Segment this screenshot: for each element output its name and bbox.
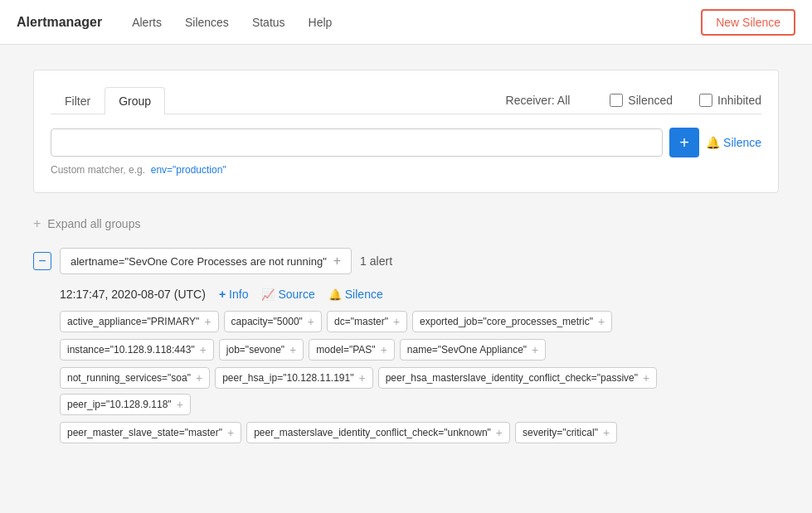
- tags-row: peer_master_slave_state="master"+peer_ma…: [60, 422, 779, 443]
- plus-icon: +: [33, 216, 41, 231]
- tags-row: active_appliance="PRIMARY"+capacity="500…: [60, 311, 779, 332]
- silence-bell-icon: 🔔: [706, 136, 720, 149]
- list-item: name="SevOne Appliance"+: [400, 339, 546, 361]
- tag-add-icon[interactable]: +: [177, 398, 183, 411]
- tag-value: peer_hsa_ip="10.128.11.191": [222, 372, 353, 384]
- tags-row: instance="10.128.9.118:443"+job="sevone"…: [60, 339, 779, 361]
- tag-value: name="SevOne Appliance": [407, 344, 527, 356]
- nav-silences[interactable]: Silences: [175, 11, 239, 34]
- tag-add-icon[interactable]: +: [289, 343, 296, 356]
- list-item: capacity="5000"+: [224, 311, 322, 332]
- search-input[interactable]: [51, 128, 663, 157]
- tabs: Filter Group: [51, 87, 165, 114]
- main-content: Filter Group Receiver: All Silenced Inhi…: [0, 45, 812, 485]
- tag-value: severity="critical": [523, 427, 598, 438]
- navbar: Alertmanager Alerts Silences Status Help…: [0, 0, 812, 45]
- alert-group-header: − alertname="SevOne Core Processes are n…: [33, 248, 779, 274]
- hint-example[interactable]: env="production": [151, 164, 226, 176]
- silence-alert-button[interactable]: 🔔 Silence: [328, 288, 383, 301]
- tag-value: dc="master": [334, 316, 388, 327]
- list-item: severity="critical"+: [515, 422, 617, 443]
- tag-value: job="sevone": [226, 344, 284, 356]
- alert-timestamp-row: 12:17:47, 2020-08-07 (UTC) + Info 📈 Sour…: [60, 288, 779, 301]
- silenced-label: Silenced: [628, 94, 673, 107]
- tag-add-icon[interactable]: +: [393, 315, 400, 328]
- list-item: peer_ip="10.128.9.118"+: [60, 394, 191, 415]
- alert-group: − alertname="SevOne Core Processes are n…: [33, 248, 779, 443]
- tag-value: active_appliance="PRIMARY": [67, 316, 199, 327]
- tag-add-icon[interactable]: +: [532, 343, 538, 356]
- alert-name-tag: alertname="SevOne Core Processes are not…: [60, 248, 352, 274]
- list-item: peer_hsa_masterslave_identity_conflict_c…: [378, 367, 658, 389]
- list-item: instance="10.128.9.118:443"+: [60, 339, 214, 361]
- list-item: dc="master"+: [327, 311, 407, 332]
- silence-icon: 🔔: [328, 288, 342, 301]
- expand-groups[interactable]: + Expand all groups: [33, 213, 779, 235]
- navbar-actions: New Silence: [701, 9, 795, 36]
- add-matcher-button[interactable]: +: [669, 128, 699, 157]
- alert-count: 1 alert: [360, 254, 392, 268]
- tab-filter[interactable]: Filter: [51, 87, 105, 114]
- source-icon: 📈: [261, 288, 275, 301]
- silence-link-label: Silence: [723, 136, 761, 149]
- new-silence-button[interactable]: New Silence: [701, 9, 795, 36]
- tag-add-icon[interactable]: +: [643, 371, 649, 385]
- tag-value: peer_masterslave_identity_conflict_check…: [254, 427, 491, 438]
- list-item: peer_master_slave_state="master"+: [60, 422, 241, 443]
- tag-value: model="PAS": [316, 344, 375, 356]
- list-item: not_running_services="soa"+: [60, 367, 210, 389]
- list-item: job="sevone"+: [219, 339, 304, 361]
- tag-add-icon[interactable]: +: [496, 426, 503, 439]
- expand-groups-label: Expand all groups: [47, 217, 140, 230]
- receiver-label: Receiver: All: [506, 94, 571, 107]
- nav-help[interactable]: Help: [299, 11, 343, 34]
- inhibited-label: Inhibited: [717, 94, 761, 107]
- nav-links: Alerts Silences Status Help: [122, 11, 701, 34]
- tag-add-icon[interactable]: +: [603, 426, 610, 439]
- tag-value: not_running_services="soa": [67, 372, 191, 384]
- tag-add-icon[interactable]: +: [200, 343, 207, 356]
- list-item: exported_job="core_processes_metric"+: [412, 311, 612, 332]
- tag-add-icon[interactable]: +: [308, 315, 314, 328]
- list-item: peer_masterslave_identity_conflict_check…: [246, 422, 510, 443]
- tag-add-icon[interactable]: +: [204, 315, 211, 328]
- silenced-checkbox[interactable]: [610, 94, 623, 107]
- alert-name-value: alertname="SevOne Core Processes are not…: [71, 255, 327, 268]
- tag-add-icon[interactable]: +: [358, 371, 365, 385]
- tag-value: peer_hsa_masterslave_identity_conflict_c…: [386, 372, 638, 384]
- app-brand: Alertmanager: [17, 15, 102, 30]
- alert-item: 12:17:47, 2020-08-07 (UTC) + Info 📈 Sour…: [60, 288, 779, 443]
- silence-alert-label: Silence: [345, 288, 383, 301]
- source-label: Source: [278, 288, 314, 301]
- info-icon: +: [219, 288, 226, 301]
- source-button[interactable]: 📈 Source: [261, 288, 314, 301]
- tag-value: instance="10.128.9.118:443": [67, 344, 195, 356]
- list-item: model="PAS"+: [309, 339, 395, 361]
- silence-link-button[interactable]: 🔔 Silence: [706, 136, 761, 149]
- nav-alerts[interactable]: Alerts: [122, 11, 172, 34]
- inhibited-checkbox-group[interactable]: Inhibited: [699, 94, 761, 107]
- tag-add-icon[interactable]: +: [196, 371, 202, 385]
- tag-value: exported_job="core_processes_metric": [420, 316, 593, 327]
- hint-text: Custom matcher, e.g. env="production": [51, 164, 761, 176]
- nav-status[interactable]: Status: [242, 11, 295, 34]
- list-item: peer_hsa_ip="10.128.11.191"+: [215, 367, 373, 389]
- filter-card: Filter Group Receiver: All Silenced Inhi…: [33, 70, 779, 193]
- info-button[interactable]: + Info: [219, 288, 249, 301]
- alert-timestamp: 12:17:47, 2020-08-07 (UTC): [60, 288, 206, 301]
- tag-value: peer_ip="10.128.9.118": [67, 399, 172, 410]
- tag-add-icon[interactable]: +: [598, 315, 605, 328]
- tags-row: not_running_services="soa"+peer_hsa_ip="…: [60, 367, 779, 415]
- tab-group[interactable]: Group: [105, 87, 165, 114]
- search-row: + 🔔 Silence: [51, 128, 761, 157]
- silenced-checkbox-group[interactable]: Silenced: [610, 94, 673, 107]
- alert-name-tag-add[interactable]: +: [333, 254, 341, 269]
- tag-add-icon[interactable]: +: [381, 343, 387, 356]
- inhibited-checkbox[interactable]: [699, 94, 712, 107]
- collapse-button[interactable]: −: [33, 252, 51, 270]
- tag-value: capacity="5000": [231, 316, 303, 327]
- tag-add-icon[interactable]: +: [227, 426, 234, 439]
- info-label: Info: [229, 288, 248, 301]
- tag-value: peer_master_slave_state="master": [67, 427, 222, 438]
- list-item: active_appliance="PRIMARY"+: [60, 311, 219, 332]
